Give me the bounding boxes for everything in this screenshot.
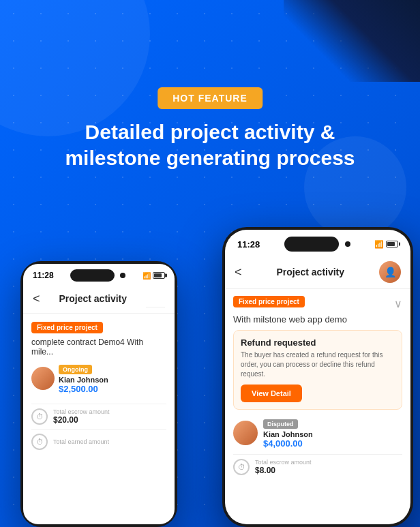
status-bar-back: 11:28 📶: [23, 264, 175, 284]
clock-icon-back: ⏱: [31, 408, 48, 425]
camera-dot: [120, 273, 125, 278]
escrow-value-front: $8.00: [255, 466, 312, 475]
earned-label-back: Total earned amount: [53, 438, 109, 445]
person-avatar-front: [233, 421, 258, 445]
dynamic-island-front: [284, 237, 350, 252]
person-amount-front: $4,000.00: [263, 438, 313, 449]
dynamic-island-sm: [70, 269, 115, 282]
person-amount-back: $2,500.00: [59, 384, 108, 394]
clock-icon-front: ⏱: [233, 459, 250, 475]
person-row-back: Ongoing Kian Johnson $2,500.00: [31, 362, 166, 394]
status-icons-front: 📶: [374, 240, 398, 249]
back-button-front[interactable]: <: [235, 265, 242, 280]
escrow-info-back: Total escrow amount $20.00: [53, 408, 110, 425]
project-title-back: complete contract Demo4 With mile...: [31, 337, 166, 357]
phone-back: 11:28 📶 < Project activity: [20, 261, 177, 527]
person-info-back: Ongoing Kian Johnson $2,500.00: [59, 362, 108, 394]
badge-row-front: Fixed price project ∨: [233, 296, 402, 312]
battery-icon-front: [386, 241, 398, 247]
earned-info-back: Total earned amount: [53, 438, 109, 445]
nav-title-back: Project activity: [59, 293, 127, 304]
refund-box: Refund requested The buyer has created a…: [233, 330, 402, 410]
view-detail-button[interactable]: View Detail: [241, 385, 302, 402]
person-name-front: Kian Johnson: [263, 430, 313, 438]
person-name-back: Kian Johnson: [59, 376, 108, 384]
screen-content-front: Fixed price project ∨ With milstone web …: [225, 289, 410, 486]
phone-back-screen: 11:28 📶 < Project activity: [23, 264, 175, 524]
person-row-front: Disputed Kian Johnson $4,000.00: [233, 417, 402, 449]
phone-front: 11:28 📶 < Project activity 👤: [222, 227, 413, 527]
phone-front-screen: 11:28 📶 < Project activity 👤: [225, 230, 410, 524]
time-back: 11:28: [33, 271, 54, 280]
back-button-back[interactable]: <: [33, 292, 40, 306]
hot-feature-badge: HOT FEATURE: [158, 87, 262, 109]
person-info-front: Disputed Kian Johnson $4,000.00: [263, 417, 313, 449]
escrow-label-front: Total escrow amount: [255, 459, 312, 466]
status-disputed-front: Disputed: [263, 419, 298, 429]
avatar-front: 👤: [379, 261, 401, 283]
battery-icon-back: [153, 272, 165, 279]
earned-row-back: ⏱ Total earned amount: [31, 429, 166, 454]
camera-dot-front: [345, 241, 350, 247]
nav-title-front: Project activity: [276, 267, 344, 277]
escrow-row-front: ⏱ Total escrow amount $8.00: [233, 454, 402, 479]
status-icons-back: 📶: [142, 272, 165, 280]
screen-content-back: Fixed price project complete contract De…: [23, 314, 175, 461]
corner-decoration: [284, 0, 420, 82]
hero-heading: Detailed project activity & milestone ge…: [0, 119, 420, 170]
fixed-price-badge-front: Fixed price project: [233, 296, 305, 307]
clock-icon-earned: ⏱: [31, 434, 48, 450]
dynamic-island-back: [70, 269, 125, 282]
dynamic-island-pill: [284, 237, 339, 252]
avatar-placeholder-back: [146, 290, 165, 307]
refund-desc: The buyer has created a refund request f…: [241, 350, 395, 379]
phones-container: 11:28 📶 < Project activity: [0, 220, 420, 527]
status-bar-front: 11:28 📶: [225, 230, 410, 256]
time-front: 11:28: [237, 239, 260, 250]
nav-bar-back: < Project activity: [23, 284, 175, 314]
refund-title: Refund requested: [241, 337, 395, 348]
person-avatar-back: [31, 367, 55, 390]
dropdown-arrow-front[interactable]: ∨: [394, 297, 402, 310]
project-title-front: With milstone web app demo: [233, 314, 402, 325]
status-ongoing-back: Ongoing: [59, 365, 92, 374]
escrow-info-front: Total escrow amount $8.00: [255, 459, 312, 475]
escrow-label-back: Total escrow amount: [53, 408, 110, 415]
escrow-row-back: ⏱ Total escrow amount $20.00: [31, 404, 166, 429]
nav-bar-front: < Project activity 👤: [225, 256, 410, 289]
escrow-value-back: $20.00: [53, 415, 110, 425]
fixed-price-badge-back: Fixed price project: [31, 322, 103, 333]
